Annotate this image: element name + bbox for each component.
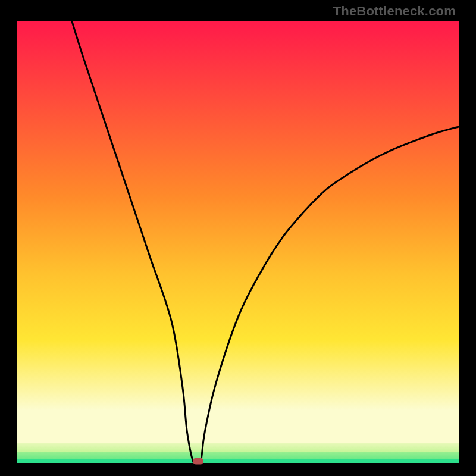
bottleneck-curve — [17, 21, 459, 463]
plot-area — [17, 21, 459, 463]
operating-point-marker — [193, 458, 203, 465]
attribution-text: TheBottleneck.com — [333, 4, 456, 19]
